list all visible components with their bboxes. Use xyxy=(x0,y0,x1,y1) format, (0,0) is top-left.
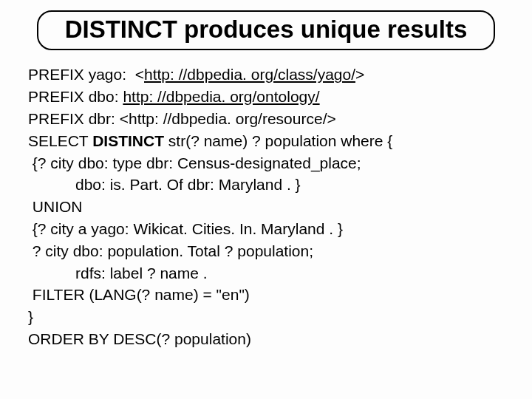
line-closebrace: } xyxy=(28,306,504,328)
line-filter: FILTER (LANG(? name) = "en") xyxy=(28,284,504,306)
slide-title: DISTINCT produces unique results xyxy=(52,16,480,43)
line-prefix-dbr: PREFIX dbr: <http: //dbpedia. org/resour… xyxy=(28,108,504,130)
line-city-yago: {? city a yago: Wikicat. Cities. In. Mar… xyxy=(28,218,504,240)
line-city-type: {? city dbo: type dbr: Census-designated… xyxy=(28,152,504,174)
query-content: PREFIX yago: <http: //dbpedia. org/class… xyxy=(0,64,532,350)
line-select: SELECT DISTINCT str(? name) ? population… xyxy=(28,130,504,152)
slide: DISTINCT produces unique results PREFIX … xyxy=(0,0,532,399)
line-prefix-yago: PREFIX yago: <http: //dbpedia. org/class… xyxy=(28,64,504,86)
line-prefix-dbo: PREFIX dbo: http: //dbpedia. org/ontolog… xyxy=(28,86,504,108)
line-population: ? city dbo: population. Total ? populati… xyxy=(28,240,504,262)
line-ispartof: dbo: is. Part. Of dbr: Maryland . } xyxy=(28,174,504,196)
line-union: UNION xyxy=(28,196,504,218)
line-orderby: ORDER BY DESC(? population) xyxy=(28,328,504,350)
line-label: rdfs: label ? name . xyxy=(28,262,504,284)
title-box: DISTINCT produces unique results xyxy=(37,10,495,50)
